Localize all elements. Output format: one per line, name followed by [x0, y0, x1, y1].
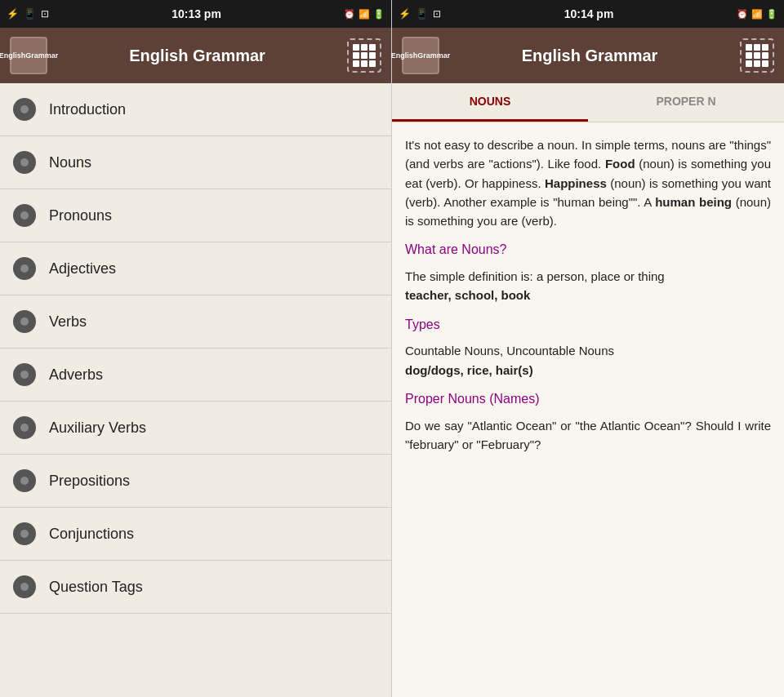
- content-examples2: dog/dogs, rice, hair(s): [405, 363, 533, 377]
- alarm-icon: ⏰: [344, 9, 355, 20]
- nav-dot-pronouns: [13, 204, 36, 227]
- nav-item-conjunctions[interactable]: Conjunctions: [0, 508, 391, 561]
- right-app-bar: English Grammar English Grammar: [392, 28, 784, 83]
- tab-proper-nouns[interactable]: PROPER N: [588, 83, 784, 122]
- content-proper-def: Do we say "Atlantic Ocean" or "the Atlan…: [405, 416, 771, 455]
- content-intro: It's not easy to describe a noun. In sim…: [405, 135, 771, 230]
- signal-icon: 📶: [359, 9, 370, 20]
- nav-dot-nouns: [13, 151, 36, 174]
- usb-icon: ⚡: [7, 8, 19, 20]
- nav-dot-conjunctions: [13, 522, 36, 545]
- left-app-icon: English Grammar: [10, 37, 47, 74]
- nav-label-nouns: Nouns: [49, 154, 91, 171]
- right-panel: ⚡ 📱 ⊡ 10:14 pm ⏰ 📶 🔋 English Grammar Eng…: [392, 0, 784, 697]
- tab-nouns[interactable]: NOUNS: [392, 83, 588, 122]
- nav-dot-auxiliary-verbs: [13, 416, 36, 439]
- nav-dot-verbs: [13, 310, 36, 333]
- nav-dot-introduction: [13, 98, 36, 121]
- nav-dot-adverbs: [13, 363, 36, 386]
- right-app-icon: English Grammar: [402, 37, 439, 74]
- nav-item-nouns[interactable]: Nouns: [0, 136, 391, 189]
- nav-label-adverbs: Adverbs: [49, 366, 103, 384]
- nav-dot-question-tags: [13, 575, 36, 598]
- right-time: 10:14 pm: [564, 7, 614, 20]
- left-app-title: English Grammar: [57, 47, 337, 65]
- right-signal-icon: 📶: [751, 9, 763, 20]
- nav-label-question-tags: Question Tags: [49, 579, 143, 596]
- bold-food: Food: [605, 157, 635, 171]
- right-battery-icon: 🔋: [766, 9, 777, 20]
- nav-dot-prepositions: [13, 469, 36, 492]
- nav-item-question-tags[interactable]: Question Tags: [0, 561, 391, 614]
- nav-item-adjectives[interactable]: Adjectives: [0, 242, 391, 295]
- left-app-bar: English Grammar English Grammar: [0, 28, 391, 83]
- nav-label-prepositions: Prepositions: [49, 473, 130, 490]
- left-status-icons: ⚡ 📱 ⊡: [7, 8, 49, 20]
- nav-item-introduction[interactable]: Introduction: [0, 83, 391, 136]
- tablet-icon: ⊡: [41, 8, 49, 20]
- left-status-bar: ⚡ 📱 ⊡ 10:13 pm ⏰ 📶 🔋: [0, 0, 391, 28]
- nav-label-introduction: Introduction: [49, 101, 126, 118]
- left-time: 10:13 pm: [172, 7, 221, 20]
- left-panel: ⚡ 📱 ⊡ 10:13 pm ⏰ 📶 🔋 English Grammar Eng…: [0, 0, 392, 697]
- right-status-left-icons: ⚡ 📱 ⊡: [399, 8, 441, 20]
- nav-item-prepositions[interactable]: Prepositions: [0, 455, 391, 508]
- content-examples1: teacher, school, book: [405, 288, 530, 302]
- right-usb-icon: ⚡: [399, 8, 411, 20]
- nav-item-adverbs[interactable]: Adverbs: [0, 348, 391, 402]
- nav-label-pronouns: Pronouns: [49, 207, 112, 224]
- left-grid-button[interactable]: [347, 38, 381, 73]
- phone-icon: 📱: [24, 8, 36, 20]
- right-grid-icon: [746, 44, 768, 67]
- bold-happiness: Happiness: [545, 176, 607, 190]
- content-simple-def: The simple definition is: a person, plac…: [405, 267, 771, 305]
- right-status-right-icons: ⏰ 📶 🔋: [737, 9, 777, 20]
- right-phone-icon: 📱: [416, 8, 428, 20]
- nav-item-verbs[interactable]: Verbs: [0, 295, 391, 348]
- nav-item-auxiliary-verbs[interactable]: Auxiliary Verbs: [0, 402, 391, 455]
- tabs-bar: NOUNS PROPER N: [392, 83, 784, 122]
- left-status-right-icons: ⏰ 📶 🔋: [344, 9, 385, 20]
- content-area: It's not easy to describe a noun. In sim…: [392, 122, 784, 697]
- bold-human-being: human being: [655, 195, 732, 209]
- right-grid-button[interactable]: [740, 38, 774, 73]
- nav-dot-adjectives: [13, 257, 36, 280]
- grid-icon: [353, 44, 376, 67]
- nav-label-adjectives: Adjectives: [49, 260, 116, 277]
- right-status-bar: ⚡ 📱 ⊡ 10:14 pm ⏰ 📶 🔋: [392, 0, 784, 28]
- nav-label-auxiliary-verbs: Auxiliary Verbs: [49, 420, 146, 437]
- right-app-title: English Grammar: [449, 47, 730, 65]
- link-proper-nouns[interactable]: Proper Nouns (Names): [405, 389, 771, 410]
- right-tablet-icon: ⊡: [433, 8, 441, 20]
- nav-label-conjunctions: Conjunctions: [49, 526, 134, 543]
- link-types[interactable]: Types: [405, 315, 771, 335]
- nav-item-pronouns[interactable]: Pronouns: [0, 189, 391, 242]
- link-what-are-nouns[interactable]: What are Nouns?: [405, 240, 771, 260]
- right-alarm-icon: ⏰: [737, 9, 748, 20]
- nav-list: Introduction Nouns Pronouns Adjectives V…: [0, 83, 391, 697]
- content-types: Countable Nouns, Uncountable Nouns dog/d…: [405, 341, 771, 380]
- nav-label-verbs: Verbs: [49, 313, 87, 331]
- battery-icon: 🔋: [373, 9, 385, 20]
